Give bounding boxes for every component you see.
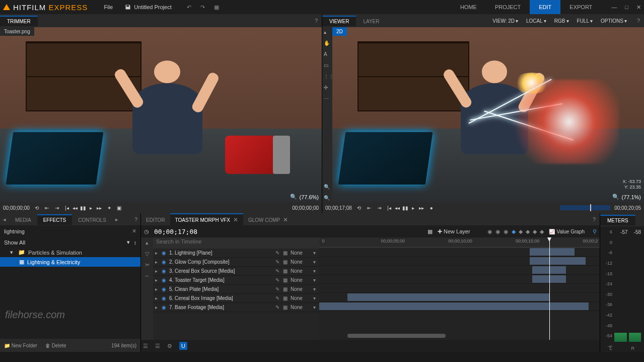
play-icon[interactable]: ▸ (88, 205, 94, 211)
pencil-icon[interactable]: ✎ (275, 268, 280, 274)
slice-tool-icon[interactable]: ✂ (145, 262, 150, 269)
help-icon[interactable]: ? (589, 216, 600, 222)
delete-button[interactable]: 🗑 Delete (45, 343, 66, 348)
kf-diamond-icon[interactable]: ◆ (519, 228, 523, 235)
step-back-icon[interactable]: ◂◂ (72, 205, 78, 211)
stopwatch-icon[interactable]: ◷ (144, 228, 149, 235)
step-fwd-icon[interactable]: ▸▸ (418, 205, 424, 211)
hand-icon[interactable]: ✋ (324, 40, 331, 47)
options-select[interactable]: OPTIONS ▾ (598, 17, 630, 25)
timeline-timecode[interactable]: 00;00;17;08 (154, 228, 197, 235)
select-tool-icon[interactable]: ▴ (146, 239, 149, 247)
move-icon[interactable]: ✢ (324, 85, 331, 92)
pencil-icon[interactable]: ✎ (275, 277, 280, 283)
chevron-left-icon[interactable]: ◂ (0, 216, 9, 223)
link-icon[interactable]: ▦ (283, 259, 288, 265)
menu-project[interactable]: Untitled Project (125, 4, 172, 10)
help-icon[interactable]: ? (315, 18, 318, 24)
visibility-icon[interactable]: ◉ (162, 250, 167, 256)
time-ruler[interactable]: 0 00;00;05;00 00;00;10;00 00;00;15;00 00… (319, 237, 600, 248)
link-icon[interactable]: ▦ (283, 250, 288, 256)
trimmer-zoom[interactable]: 🔍 (77.6%) (290, 194, 319, 200)
pencil-icon[interactable]: ✎ (275, 286, 280, 292)
meters-tab[interactable]: METERS (600, 215, 635, 225)
play-icon[interactable]: ▸ (410, 205, 416, 211)
filter-dropdown[interactable]: Show All (4, 239, 127, 246)
visibility-icon[interactable]: ◉ (162, 277, 167, 283)
chevron-down-icon[interactable]: ▾ (313, 305, 317, 310)
tracks-icon[interactable]: ☰ (155, 343, 163, 349)
layer-row[interactable]: ▸◉2. Glow Comp [Composite]✎▦None▾ (153, 258, 319, 267)
menu-file[interactable]: File (104, 4, 113, 10)
visibility-icon[interactable]: ◉ (162, 268, 167, 274)
step-back-icon[interactable]: ◂◂ (394, 205, 400, 211)
expand-icon[interactable]: ▸ (155, 277, 159, 283)
timeline-search-input[interactable] (156, 238, 316, 245)
expand-icon[interactable]: ▸ (155, 305, 159, 310)
anchor-icon[interactable]: ⋮⋮ (324, 74, 331, 81)
visibility-icon[interactable]: ◉ (162, 259, 167, 265)
playhead[interactable] (549, 237, 550, 340)
layer-row[interactable]: ▸◉7. Base Footage [Media]✎▦None▾ (153, 303, 319, 312)
layer-row[interactable]: ▸◉3. Cereal Box Source [Media]✎▦None▾ (153, 267, 319, 276)
out-icon[interactable]: ⇥ (376, 205, 382, 211)
blend-mode[interactable]: None (291, 286, 311, 292)
layer-row[interactable]: ▸◉6. Cereal Box Image [Media]✎▦None▾ (153, 294, 319, 303)
chevron-down-icon[interactable]: ▾ (313, 286, 317, 292)
kf-add-icon[interactable]: ◉ (495, 228, 500, 235)
rgb-select[interactable]: RGB ▾ (551, 17, 572, 25)
close-icon[interactable]: ✕ (636, 4, 641, 11)
scrubber[interactable] (560, 205, 610, 210)
maximize-icon[interactable]: □ (625, 4, 628, 11)
snap-toggle[interactable]: U (179, 342, 187, 350)
expand-icon[interactable]: ▸ (155, 250, 159, 256)
kf-diamond-icon[interactable]: ◆ (540, 228, 544, 235)
pointer-icon[interactable]: ▴ (324, 29, 331, 36)
visibility-icon[interactable]: ◉ (162, 286, 167, 292)
timeline-scrollbar[interactable] (347, 334, 446, 338)
pencil-icon[interactable]: ✎ (275, 295, 280, 301)
filter-icon[interactable]: ▽ (145, 251, 149, 258)
visibility-icon[interactable]: ◉ (162, 295, 167, 301)
blend-mode[interactable]: None (291, 277, 311, 283)
blend-mode[interactable]: None (291, 259, 311, 265)
blend-mode[interactable]: None (291, 268, 311, 274)
close-tab-icon[interactable]: ✕ (233, 216, 238, 223)
view-mode-select[interactable]: VIEW: 2D ▾ (489, 17, 521, 25)
expand-icon[interactable]: ▸ (155, 259, 159, 265)
chevron-down-icon[interactable]: ▾ (313, 295, 317, 301)
zoom-out-icon[interactable]: 🔍 (324, 195, 331, 202)
value-graph-toggle[interactable]: 📈 Value Graph (549, 229, 585, 234)
blend-mode[interactable]: None (291, 250, 311, 256)
expand-icon[interactable]: ▸ (155, 295, 159, 301)
kf-diamond-icon[interactable]: ◆ (533, 228, 537, 235)
snapshot-icon[interactable]: ▣ (116, 205, 122, 211)
sort-icon[interactable]: ↕ (134, 239, 137, 246)
out-icon[interactable]: ⇥ (54, 205, 60, 211)
tab-effects[interactable]: EFFECTS (37, 214, 73, 225)
record-icon[interactable]: ● (428, 205, 435, 211)
layer-tab[interactable]: LAYER (356, 16, 386, 26)
layer-row[interactable]: ▸◉4. Toaster Target [Media]✎▦None▾ (153, 276, 319, 285)
tab-editor[interactable]: EDITOR (141, 214, 170, 225)
mask-icon[interactable]: ▭ (324, 63, 331, 70)
tab-home[interactable]: HOME (451, 0, 486, 14)
help-icon[interactable]: ? (637, 18, 640, 24)
pause-icon[interactable]: ▮▮ (80, 205, 86, 211)
blend-mode[interactable]: None (291, 305, 311, 310)
viewer-mode-badge[interactable]: 2D (332, 27, 347, 36)
full-select[interactable]: FULL ▾ (574, 17, 596, 25)
kf-prev-icon[interactable]: ◉ (487, 228, 492, 235)
help-icon[interactable]: ? (131, 216, 140, 222)
chevron-down-icon[interactable]: ▾ (313, 277, 317, 283)
prev-frame-icon[interactable]: |◂ (64, 205, 70, 211)
tab-media[interactable]: MEDIA (9, 214, 37, 225)
link-icon[interactable]: ▦ (283, 305, 288, 310)
kf-diamond-icon[interactable]: ◆ (526, 228, 530, 235)
trimmer-tab[interactable]: TRIMMER (0, 16, 38, 26)
tab-project[interactable]: PROJECT (486, 0, 530, 14)
viewer-tab[interactable]: VIEWER (322, 16, 356, 26)
effects-search-input[interactable] (4, 228, 132, 234)
chevron-down-icon[interactable]: ▾ (313, 259, 317, 265)
loop-icon[interactable]: ⟲ (34, 205, 40, 211)
